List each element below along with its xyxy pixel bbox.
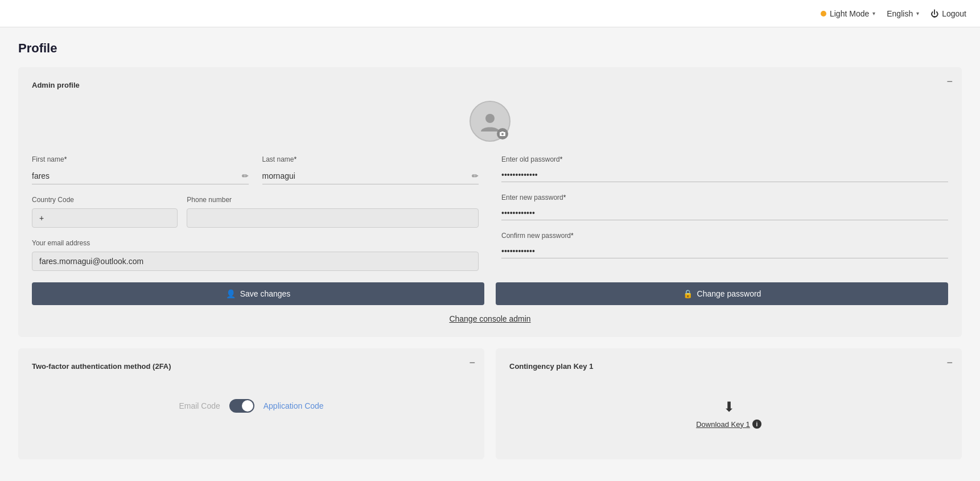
old-password-field: Enter old password*	[501, 155, 948, 182]
tfa-card: Two-factor authentication method (2FA) −…	[18, 348, 484, 459]
first-name-field: First name* ✏	[32, 155, 249, 184]
phone-field: Phone number	[187, 196, 479, 228]
first-name-input[interactable]	[32, 170, 242, 182]
last-name-asterisk: *	[294, 155, 297, 163]
old-password-label: Enter old password*	[501, 155, 948, 163]
tfa-toggle-switch[interactable]	[229, 399, 254, 413]
save-changes-button[interactable]: 👤 Save changes	[32, 282, 484, 305]
change-admin-link-container: Change console admin	[32, 314, 948, 323]
action-buttons-row: 👤 Save changes 🔒 Change password	[32, 282, 948, 305]
admin-profile-title: Admin profile	[32, 81, 948, 89]
contingency-title: Contingency plan Key 1	[509, 362, 948, 371]
svg-point-2	[501, 133, 504, 135]
logout-button[interactable]: ⏻ Logout	[930, 9, 966, 18]
contingency-content: ⬇ Download Key 1 i	[509, 382, 948, 446]
last-name-field: Last name* ✏	[262, 155, 479, 184]
topbar: Light Mode ▾ English ▾ ⏻ Logout	[0, 0, 980, 27]
country-code-label: Country Code	[32, 196, 178, 204]
logout-icon: ⏻	[930, 9, 938, 18]
light-mode-toggle[interactable]: Light Mode ▾	[821, 9, 875, 18]
save-changes-user-icon: 👤	[226, 289, 236, 298]
phone-row: Country Code Phone number	[32, 196, 479, 228]
bottom-cards: Two-factor authentication method (2FA) −…	[18, 348, 962, 471]
change-password-lock-icon: 🔒	[683, 289, 693, 298]
avatar-camera-icon[interactable]	[497, 128, 508, 139]
light-mode-chevron-icon: ▾	[872, 10, 875, 17]
last-name-input-wrapper: ✏	[262, 168, 479, 184]
first-name-asterisk: *	[64, 155, 67, 163]
email-input[interactable]: fares.mornagui@outlook.com	[32, 252, 479, 271]
change-password-button[interactable]: 🔒 Change password	[496, 282, 948, 305]
language-label: English	[887, 9, 913, 18]
country-code-field: Country Code	[32, 196, 178, 228]
phone-label: Phone number	[187, 196, 479, 204]
tfa-toggle-row: Email Code Application Code	[32, 382, 471, 430]
admin-profile-card: Admin profile −	[18, 67, 962, 337]
new-password-input[interactable]	[501, 206, 948, 220]
email-code-label: Email Code	[179, 401, 220, 410]
svg-rect-3	[501, 131, 504, 133]
first-name-input-wrapper: ✏	[32, 168, 249, 184]
last-name-edit-icon[interactable]: ✏	[472, 171, 479, 180]
avatar-container	[32, 101, 948, 142]
confirm-password-field: Confirm new password*	[501, 232, 948, 258]
change-admin-link[interactable]: Change console admin	[449, 314, 530, 323]
light-mode-dot	[821, 11, 826, 17]
download-icon: ⬇	[723, 399, 735, 415]
email-row: Your email address fares.mornagui@outloo…	[32, 239, 479, 271]
page-title: Profile	[18, 41, 962, 56]
download-key-link[interactable]: Download Key 1 i	[696, 420, 761, 429]
language-selector[interactable]: English ▾	[887, 9, 919, 18]
avatar[interactable]	[470, 101, 510, 142]
confirm-password-input[interactable]	[501, 244, 948, 258]
last-name-label: Last name*	[262, 155, 479, 163]
tfa-title: Two-factor authentication method (2FA)	[32, 362, 471, 371]
tfa-minimize-button[interactable]: −	[469, 357, 475, 368]
contingency-card: Contingency plan Key 1 − ⬇ Download Key …	[496, 348, 962, 459]
app-code-label: Application Code	[263, 401, 324, 410]
admin-profile-minimize-button[interactable]: −	[946, 76, 953, 87]
profile-left: First name* ✏ Last name* ✏	[32, 155, 479, 282]
logout-label: Logout	[942, 9, 966, 18]
first-name-label: First name*	[32, 155, 249, 163]
save-changes-label: Save changes	[240, 289, 291, 298]
page-content: Profile Admin profile −	[0, 27, 980, 481]
email-label: Your email address	[32, 239, 479, 247]
light-mode-label: Light Mode	[830, 9, 869, 18]
country-code-input[interactable]	[32, 208, 178, 228]
svg-point-0	[485, 114, 495, 123]
first-name-edit-icon[interactable]: ✏	[242, 171, 249, 180]
language-chevron-icon: ▾	[916, 10, 919, 17]
new-password-label: Enter new password*	[501, 194, 948, 202]
contingency-minimize-button[interactable]: −	[946, 357, 953, 368]
download-key-label: Download Key 1	[696, 420, 750, 429]
old-password-input[interactable]	[501, 168, 948, 182]
confirm-password-label: Confirm new password*	[501, 232, 948, 240]
info-icon[interactable]: i	[752, 420, 761, 429]
profile-right: Enter old password* Enter new password* …	[501, 155, 948, 282]
phone-input[interactable]	[187, 208, 479, 228]
last-name-input[interactable]	[262, 170, 472, 182]
change-password-label: Change password	[697, 289, 761, 298]
new-password-field: Enter new password*	[501, 194, 948, 220]
profile-layout: First name* ✏ Last name* ✏	[32, 155, 948, 282]
